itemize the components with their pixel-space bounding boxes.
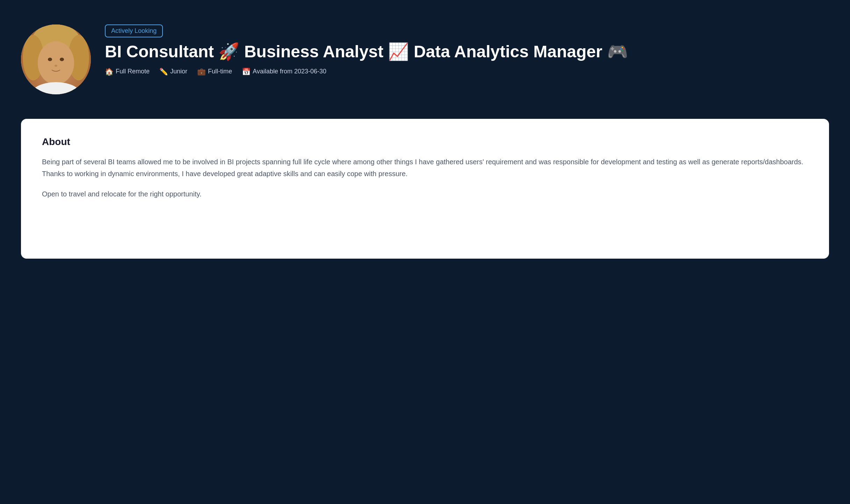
about-card: About Being part of several BI teams all… — [21, 119, 829, 259]
profile-header: Actively Looking BI Consultant 🚀 Busines… — [21, 14, 829, 105]
status-badge: Actively Looking — [105, 24, 163, 37]
about-title: About — [42, 136, 808, 147]
svg-point-6 — [55, 65, 57, 67]
about-paragraph-1: Being part of several BI teams allowed m… — [42, 156, 808, 180]
employment-label: Full-time — [208, 68, 232, 75]
meta-available: 📅 Available from 2023-06-30 — [242, 67, 326, 76]
level-icon: ✏️ — [159, 67, 168, 76]
svg-point-4 — [48, 58, 52, 61]
about-text: Being part of several BI teams allowed m… — [42, 156, 808, 200]
location-label: Full Remote — [116, 68, 150, 75]
avatar-container — [21, 24, 91, 94]
svg-point-8 — [30, 82, 82, 94]
svg-point-5 — [60, 58, 64, 61]
meta-location: 🏠 Full Remote — [105, 67, 150, 76]
meta-employment: 💼 Full-time — [197, 67, 232, 76]
profile-info: Actively Looking BI Consultant 🚀 Busines… — [105, 24, 829, 76]
profile-meta: 🏠 Full Remote ✏️ Junior 💼 Full-time 📅 Av… — [105, 67, 829, 76]
profile-title: BI Consultant 🚀 Business Analyst 📈 Data … — [105, 42, 829, 62]
meta-level: ✏️ Junior — [159, 67, 187, 76]
available-label: Available from 2023-06-30 — [253, 68, 326, 75]
svg-point-3 — [38, 41, 74, 85]
location-icon: 🏠 — [105, 67, 114, 76]
about-paragraph-2: Open to travel and relocate for the righ… — [42, 188, 808, 200]
available-icon: 📅 — [242, 67, 251, 76]
employment-icon: 💼 — [197, 67, 206, 76]
avatar — [21, 24, 91, 94]
level-label: Junior — [170, 68, 187, 75]
